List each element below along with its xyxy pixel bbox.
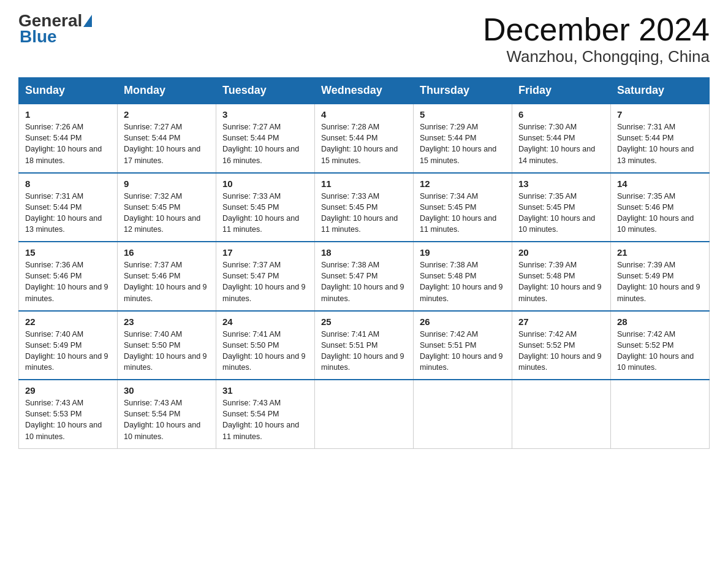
- calendar-cell: 18 Sunrise: 7:38 AMSunset: 5:47 PMDaylig…: [315, 242, 414, 311]
- day-number: 1: [25, 109, 111, 120]
- week-row-4: 22 Sunrise: 7:40 AMSunset: 5:49 PMDaylig…: [19, 311, 710, 380]
- calendar-cell: [315, 380, 414, 448]
- calendar-table: SundayMondayTuesdayWednesdayThursdayFrid…: [18, 77, 710, 449]
- day-info: Sunrise: 7:43 AMSunset: 5:54 PMDaylight:…: [124, 397, 210, 442]
- calendar-cell: 8 Sunrise: 7:31 AMSunset: 5:44 PMDayligh…: [19, 173, 118, 242]
- day-info: Sunrise: 7:27 AMSunset: 5:44 PMDaylight:…: [222, 121, 308, 166]
- col-header-monday: Monday: [118, 78, 216, 104]
- day-number: 16: [124, 247, 210, 258]
- day-number: 11: [321, 178, 407, 189]
- day-info: Sunrise: 7:33 AMSunset: 5:45 PMDaylight:…: [321, 191, 407, 236]
- col-header-thursday: Thursday: [414, 78, 512, 104]
- day-info: Sunrise: 7:29 AMSunset: 5:44 PMDaylight:…: [420, 121, 506, 166]
- calendar-cell: 15 Sunrise: 7:36 AMSunset: 5:46 PMDaylig…: [19, 242, 118, 311]
- day-number: 24: [222, 316, 308, 327]
- calendar-cell: 17 Sunrise: 7:37 AMSunset: 5:47 PMDaylig…: [216, 242, 315, 311]
- day-info: Sunrise: 7:34 AMSunset: 5:45 PMDaylight:…: [420, 191, 506, 236]
- logo: General Blue: [18, 12, 93, 47]
- day-number: 20: [518, 247, 604, 258]
- calendar-cell: 11 Sunrise: 7:33 AMSunset: 5:45 PMDaylig…: [315, 173, 414, 242]
- week-row-3: 15 Sunrise: 7:36 AMSunset: 5:46 PMDaylig…: [19, 242, 710, 311]
- day-info: Sunrise: 7:37 AMSunset: 5:46 PMDaylight:…: [124, 259, 210, 304]
- day-number: 23: [124, 316, 210, 327]
- week-row-1: 1 Sunrise: 7:26 AMSunset: 5:44 PMDayligh…: [19, 104, 710, 173]
- page: General Blue December 2024 Wanzhou, Chon…: [0, 0, 728, 563]
- calendar-cell: [512, 380, 611, 448]
- day-number: 26: [420, 316, 506, 327]
- col-header-friday: Friday: [512, 78, 611, 104]
- day-info: Sunrise: 7:31 AMSunset: 5:44 PMDaylight:…: [25, 191, 111, 236]
- day-info: Sunrise: 7:26 AMSunset: 5:44 PMDaylight:…: [25, 121, 111, 166]
- col-header-tuesday: Tuesday: [216, 78, 315, 104]
- calendar-cell: 31 Sunrise: 7:43 AMSunset: 5:54 PMDaylig…: [216, 380, 315, 448]
- col-header-saturday: Saturday: [611, 78, 710, 104]
- day-info: Sunrise: 7:37 AMSunset: 5:47 PMDaylight:…: [222, 259, 308, 304]
- day-info: Sunrise: 7:36 AMSunset: 5:46 PMDaylight:…: [25, 259, 111, 304]
- day-number: 10: [222, 178, 308, 189]
- day-info: Sunrise: 7:27 AMSunset: 5:44 PMDaylight:…: [124, 121, 210, 166]
- calendar-cell: 25 Sunrise: 7:41 AMSunset: 5:51 PMDaylig…: [315, 311, 414, 380]
- day-info: Sunrise: 7:32 AMSunset: 5:45 PMDaylight:…: [124, 191, 210, 236]
- calendar-cell: 9 Sunrise: 7:32 AMSunset: 5:45 PMDayligh…: [118, 173, 216, 242]
- day-number: 31: [222, 385, 308, 396]
- col-header-sunday: Sunday: [19, 78, 118, 104]
- day-number: 2: [124, 109, 210, 120]
- day-number: 6: [518, 109, 604, 120]
- calendar-cell: 1 Sunrise: 7:26 AMSunset: 5:44 PMDayligh…: [19, 104, 118, 173]
- calendar-cell: 21 Sunrise: 7:39 AMSunset: 5:49 PMDaylig…: [611, 242, 710, 311]
- calendar-cell: 27 Sunrise: 7:42 AMSunset: 5:52 PMDaylig…: [512, 311, 611, 380]
- day-info: Sunrise: 7:42 AMSunset: 5:52 PMDaylight:…: [617, 329, 703, 373]
- day-info: Sunrise: 7:39 AMSunset: 5:48 PMDaylight:…: [518, 259, 604, 304]
- calendar-cell: [611, 380, 710, 448]
- calendar-header-row: SundayMondayTuesdayWednesdayThursdayFrid…: [19, 78, 710, 104]
- day-number: 30: [124, 385, 210, 396]
- calendar-cell: 10 Sunrise: 7:33 AMSunset: 5:45 PMDaylig…: [216, 173, 315, 242]
- calendar-cell: 26 Sunrise: 7:42 AMSunset: 5:51 PMDaylig…: [414, 311, 512, 380]
- col-header-wednesday: Wednesday: [315, 78, 414, 104]
- calendar-cell: 4 Sunrise: 7:28 AMSunset: 5:44 PMDayligh…: [315, 104, 414, 173]
- day-info: Sunrise: 7:42 AMSunset: 5:52 PMDaylight:…: [518, 329, 604, 373]
- day-number: 15: [25, 247, 111, 258]
- calendar-cell: 29 Sunrise: 7:43 AMSunset: 5:53 PMDaylig…: [19, 380, 118, 448]
- day-number: 18: [321, 247, 407, 258]
- day-info: Sunrise: 7:41 AMSunset: 5:51 PMDaylight:…: [321, 329, 407, 373]
- day-number: 3: [222, 109, 308, 120]
- calendar-cell: 7 Sunrise: 7:31 AMSunset: 5:44 PMDayligh…: [611, 104, 710, 173]
- day-info: Sunrise: 7:28 AMSunset: 5:44 PMDaylight:…: [321, 121, 407, 166]
- calendar-cell: 28 Sunrise: 7:42 AMSunset: 5:52 PMDaylig…: [611, 311, 710, 380]
- day-number: 17: [222, 247, 308, 258]
- day-info: Sunrise: 7:31 AMSunset: 5:44 PMDaylight:…: [617, 121, 703, 166]
- calendar-cell: 19 Sunrise: 7:38 AMSunset: 5:48 PMDaylig…: [414, 242, 512, 311]
- day-info: Sunrise: 7:38 AMSunset: 5:47 PMDaylight:…: [321, 259, 407, 304]
- day-info: Sunrise: 7:33 AMSunset: 5:45 PMDaylight:…: [222, 191, 308, 236]
- calendar-cell: 30 Sunrise: 7:43 AMSunset: 5:54 PMDaylig…: [118, 380, 216, 448]
- day-number: 5: [420, 109, 506, 120]
- day-info: Sunrise: 7:40 AMSunset: 5:49 PMDaylight:…: [25, 329, 111, 373]
- calendar-cell: [414, 380, 512, 448]
- month-title: December 2024: [483, 12, 710, 47]
- day-info: Sunrise: 7:30 AMSunset: 5:44 PMDaylight:…: [518, 121, 604, 166]
- day-number: 28: [617, 316, 703, 327]
- logo-triangle-icon: [83, 15, 92, 27]
- calendar-cell: 6 Sunrise: 7:30 AMSunset: 5:44 PMDayligh…: [512, 104, 611, 173]
- title-block: December 2024 Wanzhou, Chongqing, China: [483, 12, 710, 66]
- day-number: 19: [420, 247, 506, 258]
- day-number: 27: [518, 316, 604, 327]
- day-info: Sunrise: 7:43 AMSunset: 5:54 PMDaylight:…: [222, 397, 308, 442]
- day-number: 13: [518, 178, 604, 189]
- day-number: 22: [25, 316, 111, 327]
- day-number: 25: [321, 316, 407, 327]
- day-number: 8: [25, 178, 111, 189]
- calendar-cell: 20 Sunrise: 7:39 AMSunset: 5:48 PMDaylig…: [512, 242, 611, 311]
- header: General Blue December 2024 Wanzhou, Chon…: [18, 12, 710, 66]
- calendar-cell: 2 Sunrise: 7:27 AMSunset: 5:44 PMDayligh…: [118, 104, 216, 173]
- calendar-cell: 12 Sunrise: 7:34 AMSunset: 5:45 PMDaylig…: [414, 173, 512, 242]
- calendar-cell: 23 Sunrise: 7:40 AMSunset: 5:50 PMDaylig…: [118, 311, 216, 380]
- logo-blue-text: Blue: [20, 27, 57, 46]
- calendar-cell: 24 Sunrise: 7:41 AMSunset: 5:50 PMDaylig…: [216, 311, 315, 380]
- calendar-cell: 14 Sunrise: 7:35 AMSunset: 5:46 PMDaylig…: [611, 173, 710, 242]
- day-info: Sunrise: 7:35 AMSunset: 5:45 PMDaylight:…: [518, 191, 604, 236]
- day-info: Sunrise: 7:35 AMSunset: 5:46 PMDaylight:…: [617, 191, 703, 236]
- day-number: 9: [124, 178, 210, 189]
- calendar-cell: 22 Sunrise: 7:40 AMSunset: 5:49 PMDaylig…: [19, 311, 118, 380]
